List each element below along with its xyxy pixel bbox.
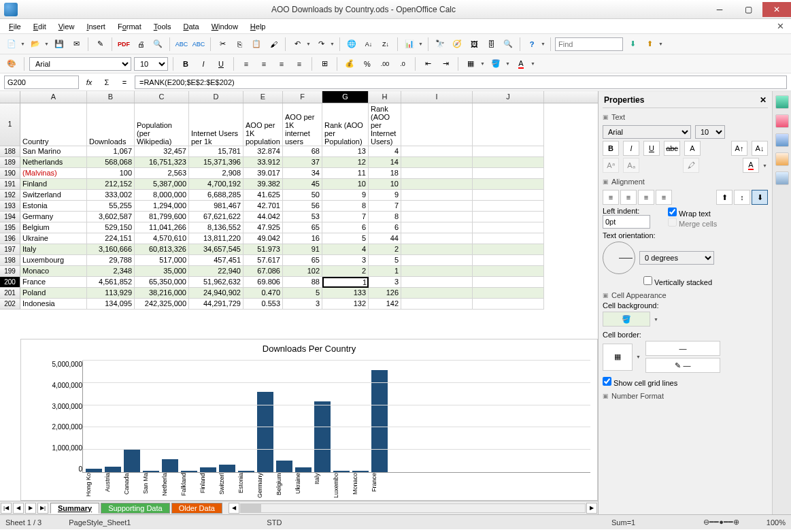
rail-gallery-icon[interactable] bbox=[775, 133, 789, 147]
font-size-select[interactable]: 10 bbox=[134, 57, 168, 71]
dropdown-icon[interactable]: ▼ bbox=[530, 61, 536, 66]
cell[interactable]: 0.470 bbox=[243, 288, 283, 299]
close-button[interactable]: ✕ bbox=[762, 2, 791, 17]
align-right-icon[interactable]: ≡ bbox=[274, 56, 289, 71]
cell[interactable]: 15,781 bbox=[189, 146, 243, 157]
cell[interactable] bbox=[401, 266, 473, 277]
copy-icon[interactable]: ⎘ bbox=[232, 37, 247, 52]
cell[interactable]: 333,002 bbox=[87, 190, 135, 201]
cell[interactable]: 34,657,545 bbox=[189, 244, 243, 255]
cell[interactable]: 4,700,192 bbox=[189, 179, 243, 190]
cell[interactable]: 113,929 bbox=[87, 288, 135, 299]
cell[interactable]: 4 bbox=[369, 146, 401, 157]
print-icon[interactable]: 🖨 bbox=[133, 37, 148, 52]
cell[interactable]: 7 bbox=[322, 212, 369, 222]
spellcheck-icon[interactable]: ABC bbox=[174, 37, 189, 52]
cell[interactable] bbox=[401, 244, 473, 255]
cell[interactable]: 51.973 bbox=[243, 244, 283, 255]
find-input[interactable] bbox=[555, 37, 623, 51]
increase-indent-icon[interactable]: ⇥ bbox=[438, 56, 453, 71]
sheet-tab-supporting[interactable]: Supporting Data bbox=[101, 503, 170, 514]
row-header[interactable]: 193 bbox=[0, 201, 20, 212]
dropdown-icon[interactable]: ▼ bbox=[658, 41, 664, 46]
styles-icon[interactable]: 🎨 bbox=[4, 56, 19, 71]
dropdown-icon[interactable]: ▼ bbox=[762, 163, 768, 168]
cell[interactable]: 65 bbox=[283, 222, 322, 233]
gallery-icon[interactable]: 🖼 bbox=[467, 37, 482, 52]
subscript-icon[interactable]: Aₐ bbox=[623, 158, 639, 173]
row-header[interactable]: 200 bbox=[0, 277, 20, 288]
align-left-icon[interactable]: ≡ bbox=[603, 190, 619, 205]
grow-font-icon[interactable]: A↑ bbox=[731, 141, 747, 156]
underline-icon[interactable]: U bbox=[643, 141, 660, 156]
cell[interactable] bbox=[473, 266, 544, 277]
cell[interactable]: 65 bbox=[283, 255, 322, 266]
cell[interactable]: France bbox=[20, 277, 87, 288]
align-left-icon[interactable]: ≡ bbox=[239, 56, 254, 71]
cell[interactable]: 6,688,285 bbox=[189, 190, 243, 201]
spreadsheet-grid[interactable]: A B C D E F G H I J 1 Country Downloads … bbox=[0, 91, 599, 514]
cell[interactable]: 38,216,000 bbox=[135, 288, 189, 299]
col-header[interactable]: A bbox=[20, 91, 87, 103]
cell[interactable] bbox=[401, 179, 473, 190]
cell[interactable]: 5 bbox=[322, 233, 369, 244]
cell[interactable]: 10 bbox=[322, 179, 369, 190]
cell[interactable]: Belgium bbox=[20, 222, 87, 233]
cell[interactable]: 2,563 bbox=[135, 168, 189, 179]
rail-functions-icon[interactable] bbox=[775, 171, 789, 185]
cell[interactable]: 41.625 bbox=[243, 190, 283, 201]
cell[interactable]: 5 bbox=[369, 255, 401, 266]
cell[interactable]: 55,255 bbox=[87, 201, 135, 212]
chart-icon[interactable]: 📊 bbox=[402, 37, 417, 52]
cell[interactable]: Finland bbox=[20, 179, 87, 190]
cell[interactable]: 3 bbox=[283, 299, 322, 310]
cell[interactable]: Indonesia bbox=[20, 299, 87, 310]
cell[interactable]: 67.086 bbox=[243, 266, 283, 277]
cell[interactable] bbox=[401, 212, 473, 222]
open-icon[interactable]: 📂 bbox=[28, 37, 43, 52]
cell[interactable]: 2 bbox=[369, 244, 401, 255]
zoom-icon[interactable]: 🔍 bbox=[501, 37, 516, 52]
cell[interactable] bbox=[473, 299, 544, 310]
cell[interactable]: 8 bbox=[369, 212, 401, 222]
row-header[interactable]: 191 bbox=[0, 179, 20, 190]
cell[interactable]: 242,325,000 bbox=[135, 299, 189, 310]
italic-icon[interactable]: I bbox=[196, 56, 211, 71]
valign-mid-icon[interactable]: ↕ bbox=[734, 190, 750, 205]
cell[interactable] bbox=[473, 157, 544, 168]
cell[interactable]: 56 bbox=[283, 201, 322, 212]
remove-decimal-icon[interactable]: .0 bbox=[395, 56, 410, 71]
cell[interactable] bbox=[473, 277, 544, 288]
section-text[interactable]: Text bbox=[603, 111, 768, 123]
cell[interactable]: 34 bbox=[283, 168, 322, 179]
cell[interactable]: Italy bbox=[20, 244, 87, 255]
align-center-icon[interactable]: ≡ bbox=[256, 56, 271, 71]
cell[interactable]: 65,350,000 bbox=[135, 277, 189, 288]
cell[interactable]: 60,813,326 bbox=[135, 244, 189, 255]
rail-properties-icon[interactable] bbox=[775, 95, 789, 109]
cell[interactable]: 9 bbox=[369, 190, 401, 201]
cell[interactable]: 10 bbox=[369, 179, 401, 190]
sort-asc-icon[interactable]: A↓ bbox=[361, 37, 376, 52]
row-header[interactable]: 198 bbox=[0, 255, 20, 266]
prop-size-select[interactable]: 10 bbox=[695, 125, 725, 139]
page-style[interactable]: PageStyle_Sheet1 bbox=[69, 518, 131, 527]
cell[interactable]: 68 bbox=[283, 146, 322, 157]
cell[interactable] bbox=[473, 212, 544, 222]
save-icon[interactable]: 💾 bbox=[52, 37, 67, 52]
cell[interactable]: 4,570,610 bbox=[135, 233, 189, 244]
row-header[interactable]: 197 bbox=[0, 244, 20, 255]
format-paint-icon[interactable]: 🖌 bbox=[266, 37, 281, 52]
menu-file[interactable]: File bbox=[4, 21, 26, 32]
cell[interactable]: 8,136,552 bbox=[189, 222, 243, 233]
cell[interactable]: Germany bbox=[20, 212, 87, 222]
fx-wizard-icon[interactable]: fx bbox=[82, 75, 97, 90]
cell[interactable] bbox=[401, 288, 473, 299]
row-header[interactable]: 201 bbox=[0, 288, 20, 299]
cell[interactable]: 44,291,729 bbox=[189, 299, 243, 310]
cell[interactable]: Poland bbox=[20, 288, 87, 299]
row-header[interactable]: 188 bbox=[0, 146, 20, 157]
cell[interactable]: 5 bbox=[283, 288, 322, 299]
sum-indicator[interactable]: Sum=1 bbox=[611, 518, 635, 527]
cell[interactable]: 39.382 bbox=[243, 179, 283, 190]
